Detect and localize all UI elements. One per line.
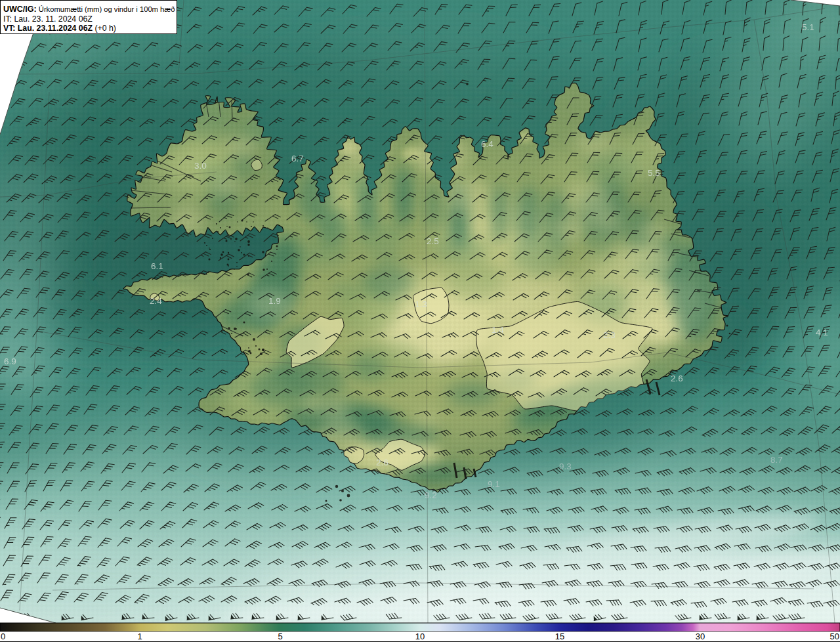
svg-text:9.3: 9.3 <box>559 461 572 471</box>
svg-text:15: 15 <box>555 631 564 641</box>
svg-text:10: 10 <box>415 631 425 641</box>
svg-text:0: 0 <box>1 631 5 641</box>
svg-text:1.4: 1.4 <box>492 325 504 335</box>
svg-text:8.7: 8.7 <box>770 455 783 465</box>
svg-text:6.1: 6.1 <box>151 261 163 271</box>
svg-text:6.7: 6.7 <box>291 154 304 163</box>
svg-text:9.1: 9.1 <box>488 479 500 489</box>
svg-text:6.9: 6.9 <box>4 356 16 366</box>
svg-text:2.5: 2.5 <box>427 236 439 246</box>
svg-text:30: 30 <box>696 631 705 641</box>
svg-text:1.3: 1.3 <box>415 299 427 309</box>
svg-text:2.4: 2.4 <box>150 296 162 306</box>
svg-text:50: 50 <box>830 631 839 641</box>
svg-text:5.1: 5.1 <box>802 22 814 32</box>
svg-text:2.3: 2.3 <box>603 330 616 340</box>
svg-text:1: 1 <box>137 631 142 641</box>
svg-text:4.1: 4.1 <box>816 328 828 337</box>
svg-text:2.6: 2.6 <box>671 374 683 383</box>
svg-text:5.5: 5.5 <box>648 168 660 178</box>
svg-text:9.2: 9.2 <box>425 490 437 500</box>
svg-text:IT: Lau. 23. 11. 2024 06Z: IT: Lau. 23. 11. 2024 06Z <box>3 14 93 24</box>
svg-text:1.9: 1.9 <box>268 296 281 306</box>
svg-text:VT: Lau. 23.11.2024 06Z (+0 h): VT: Lau. 23.11.2024 06Z (+0 h) <box>3 24 116 33</box>
svg-text:2.6: 2.6 <box>376 458 388 467</box>
svg-text:6.4: 6.4 <box>481 139 494 149</box>
svg-text:UWC/IG: Úrkomumætti (mm) og vi: UWC/IG: Úrkomumætti (mm) og vindur i 100… <box>3 5 175 14</box>
svg-text:5: 5 <box>278 631 282 641</box>
svg-text:3.0: 3.0 <box>194 161 207 171</box>
